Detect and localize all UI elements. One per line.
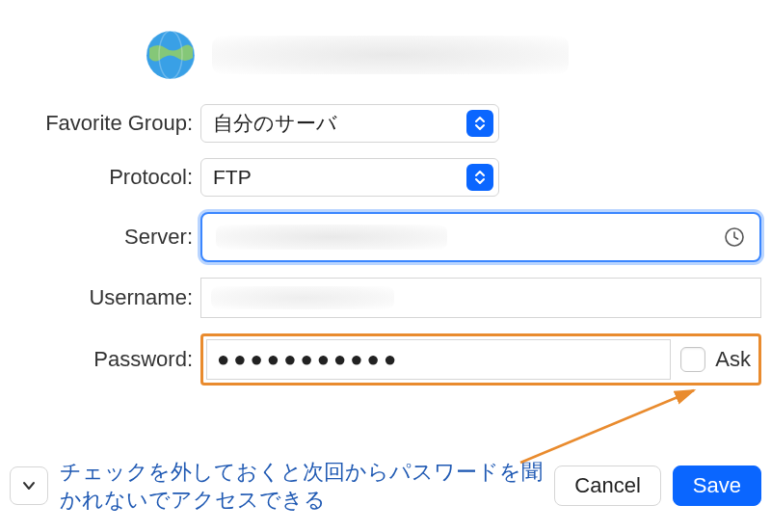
save-button[interactable]: Save (673, 466, 761, 506)
header-row (10, 29, 761, 81)
password-masked-value: ●●●●●●●●●●● (217, 347, 400, 372)
server-label: Server: (10, 225, 200, 250)
protocol-select[interactable]: FTP (200, 158, 499, 197)
protocol-label: Protocol: (10, 165, 200, 190)
protocol-value: FTP (213, 166, 252, 189)
server-redacted (216, 225, 447, 250)
history-icon[interactable] (723, 226, 746, 249)
cancel-button[interactable]: Cancel (554, 466, 660, 506)
ftp-connection-dialog: Favorite Group: 自分のサーバ Protocol: FTP (0, 0, 771, 532)
password-label: Password: (10, 347, 200, 372)
svg-line-3 (520, 390, 694, 463)
annotation-text: チェックを外しておくと次回からパスワードを聞かれないでアクセスできる (60, 458, 543, 515)
title-redacted (212, 36, 569, 74)
globe-icon (145, 29, 197, 81)
favorite-group-value: 自分のサーバ (213, 110, 337, 137)
expand-toggle[interactable] (10, 466, 48, 505)
ask-label: Ask (715, 347, 753, 372)
ask-checkbox[interactable] (680, 347, 705, 372)
dropdown-stepper-icon (466, 110, 493, 137)
server-field[interactable] (200, 212, 761, 262)
password-highlight-frame: ●●●●●●●●●●● Ask (200, 333, 761, 386)
chevron-down-icon (21, 478, 37, 493)
username-field[interactable] (200, 278, 761, 318)
username-label: Username: (10, 285, 200, 310)
dropdown-stepper-icon (466, 164, 493, 191)
password-field[interactable]: ●●●●●●●●●●● (206, 339, 671, 380)
favorite-group-select[interactable]: 自分のサーバ (200, 104, 499, 143)
username-redacted (211, 286, 394, 309)
favorite-group-label: Favorite Group: (10, 111, 200, 136)
